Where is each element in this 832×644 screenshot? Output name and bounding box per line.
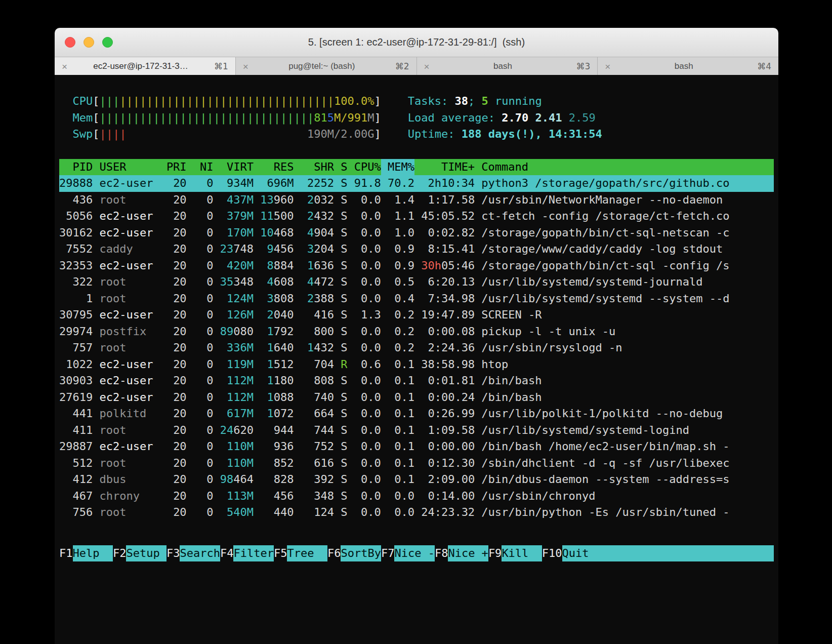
time-cell: 0:00.00 — [414, 438, 475, 455]
fnkey-f4-key[interactable]: F4 — [220, 545, 234, 562]
minimize-window-button[interactable] — [84, 37, 94, 48]
column-header-pri[interactable]: PRI — [160, 159, 187, 176]
tab-4[interactable]: ×bash⌘4 — [597, 57, 778, 75]
htop-stats: Tasks: 38; 5 runningLoad average: 2.70 2… — [408, 93, 602, 143]
fnkey-f2-label[interactable]: Setup — [126, 545, 166, 562]
column-header-user[interactable]: USER — [93, 159, 159, 176]
process-row[interactable]: 436root200437M139602032S0.01.41:17.58/us… — [59, 192, 774, 209]
process-row[interactable]: 29974postfix200890801792800S0.00.20:00.0… — [59, 324, 774, 340]
text-segment: ec2-user — [99, 391, 153, 404]
fnkey-f3-key[interactable]: F3 — [167, 545, 180, 562]
tab-close-icon[interactable]: × — [62, 62, 67, 71]
process-row[interactable]: 30795ec2-user200126M2040416S1.30.219:47.… — [59, 307, 774, 324]
process-row[interactable]: 756root200540M440124S0.00.024:23.32/usr/… — [59, 504, 774, 521]
process-row[interactable]: 441polkitd200617M1072664S0.00.10:26.99/u… — [59, 406, 774, 422]
fnkey-f8-label[interactable]: Nice + — [448, 545, 488, 562]
text-segment: 81 — [314, 111, 327, 124]
tab-close-icon[interactable]: × — [424, 62, 430, 71]
process-row[interactable]: 29888ec2-user200934M696M2252S91.870.22h1… — [59, 175, 774, 192]
column-header-virt[interactable]: VIRT — [214, 159, 254, 176]
fnkey-f10-key[interactable]: F10 — [542, 545, 562, 562]
pri-cell: 20 — [160, 291, 187, 307]
text-segment: 2 — [307, 292, 314, 305]
process-row[interactable]: 30903ec2-user200112M1180808S0.00.10:01.8… — [59, 373, 774, 389]
text-segment: 70.2 — [388, 177, 414, 189]
process-row[interactable]: 30162ec2-user200170M104684904S0.01.00:02… — [59, 225, 774, 242]
tab-3[interactable]: ×bash⌘3 — [417, 57, 598, 75]
time-cell: 7:34.98 — [414, 291, 475, 307]
process-row[interactable]: 512root200110M852616S0.00.10:12.30/sbin/… — [59, 455, 774, 472]
fnkey-f4-label[interactable]: Filter — [233, 545, 273, 562]
window-title: 5. [screen 1: ec2-user@ip-172-31-29-81:/… — [308, 36, 525, 48]
text-segment: 1 — [267, 374, 274, 387]
fnkey-f6-label[interactable]: SortBy — [341, 545, 381, 562]
process-row[interactable]: 412dbus20098464828392S0.00.12:09.00/bin/… — [59, 471, 774, 488]
mem-meter-bar: ||||||||||||||||||||||||||||||||815M/991… — [100, 110, 375, 127]
fnkey-f5-key[interactable]: F5 — [274, 545, 287, 562]
text-segment: 392 — [314, 473, 334, 486]
text-segment: 040 — [274, 308, 294, 321]
fnkey-f9-key[interactable]: F9 — [488, 545, 502, 562]
s-cell: S — [334, 324, 347, 340]
column-header-s[interactable]: S — [334, 159, 347, 176]
column-header-cmd[interactable]: Command — [475, 159, 774, 176]
text-segment: 432 — [314, 210, 334, 222]
fnkey-f3-label[interactable]: Search — [180, 545, 220, 562]
process-row[interactable]: 322root2003534846084472S0.00.56:20.13/us… — [59, 274, 774, 291]
tab-close-icon[interactable]: × — [605, 62, 610, 71]
fnkey-f10-label[interactable]: Quit — [562, 545, 774, 562]
fnkey-f1-label[interactable]: Help — [73, 545, 113, 562]
cpu-cell: 0.0 — [347, 455, 381, 472]
zoom-window-button[interactable] — [102, 37, 113, 48]
text-segment: 0 — [206, 325, 213, 338]
process-row[interactable]: 411root20024620944744S0.00.11:09.58/usr/… — [59, 422, 774, 439]
text-segment: 5056 — [66, 210, 93, 222]
fnkey-f8-key[interactable]: F8 — [435, 545, 448, 562]
column-header-mem[interactable]: MEM% — [381, 159, 414, 176]
fnkey-f5-label[interactable]: Tree — [287, 545, 327, 562]
text-segment: 960 — [274, 193, 294, 206]
process-row[interactable]: 32353ec2-user200420M88841636S0.00.930h05… — [59, 258, 774, 274]
column-header-res[interactable]: RES — [254, 159, 294, 176]
close-window-button[interactable] — [65, 37, 75, 48]
text-segment: S — [341, 210, 347, 222]
text-segment: caddy — [99, 243, 133, 255]
text-segment: S — [341, 490, 347, 502]
process-row[interactable]: 7552caddy2002374894563204S0.00.98:15.41/… — [59, 241, 774, 258]
text-segment: 7:34.98 — [428, 292, 475, 305]
column-header-cpu[interactable]: CPU% — [347, 159, 381, 176]
process-row[interactable]: 29887ec2-user200110M936752S0.00.10:00.00… — [59, 438, 774, 455]
fnkey-f1-key[interactable]: F1 — [59, 545, 73, 562]
column-header-pid[interactable]: PID — [59, 159, 93, 176]
user-cell: ec2-user — [93, 225, 159, 242]
tab-2[interactable]: ×pug@tel:~ (bash)⌘2 — [235, 57, 417, 75]
text-segment: 0.0 — [361, 193, 381, 206]
cpu-meter-value: 100.0% — [334, 93, 374, 110]
process-row[interactable]: 757root200336M16401432S0.00.22:24.36/usr… — [59, 340, 774, 356]
fnkey-f9-label[interactable]: Kill — [502, 545, 542, 562]
fnkey-f6-key[interactable]: F6 — [327, 545, 341, 562]
mem-cell: 0.1 — [381, 406, 414, 422]
ni-cell: 0 — [187, 225, 214, 242]
process-row[interactable]: 467chrony200113M456348S0.00.00:14.00/usr… — [59, 488, 774, 505]
tab-1[interactable]: ×ec2-user@ip-172-31-3…⌘1 — [55, 57, 235, 75]
column-header-ni[interactable]: NI — [187, 159, 214, 176]
tab-close-icon[interactable]: × — [243, 62, 248, 71]
column-header-shr[interactable]: SHR — [294, 159, 334, 176]
column-header-time[interactable]: TIME+ — [414, 159, 475, 176]
text-segment: 0 — [206, 193, 213, 206]
text-segment: 412 — [72, 473, 93, 486]
fnkey-f7-key[interactable]: F7 — [381, 545, 395, 562]
cmd-cell: /usr/lib/systemd/systemd-journald — [475, 274, 774, 291]
fnkey-f7-label[interactable]: Nice - — [394, 545, 434, 562]
process-row[interactable]: 1022ec2-user200119M1512704R0.60.138:58.9… — [59, 356, 774, 373]
text-segment: 0.1 — [394, 358, 414, 371]
process-row[interactable]: 27619ec2-user200112M1088740S0.00.10:00.2… — [59, 389, 774, 406]
shr-cell: 348 — [294, 488, 334, 505]
window-titlebar[interactable]: 5. [screen 1: ec2-user@ip-172-31-29-81:/… — [55, 28, 778, 57]
text-segment: 20 — [173, 506, 187, 518]
process-row[interactable]: 1root200124M38082388S0.00.47:34.98/usr/l… — [59, 291, 774, 307]
text-segment: 0:12.30 — [428, 457, 475, 469]
process-row[interactable]: 5056ec2-user200379M115002432S0.01.145:05… — [59, 208, 774, 225]
fnkey-f2-key[interactable]: F2 — [113, 545, 127, 562]
